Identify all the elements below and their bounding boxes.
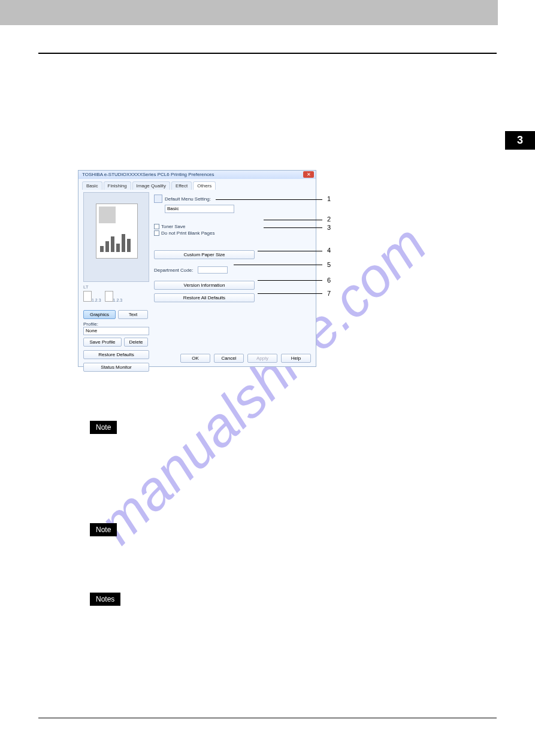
save-profile-button[interactable]: Save Profile (83, 338, 122, 347)
restore-all-defaults-button[interactable]: Restore All Defaults (154, 293, 255, 302)
default-menu-select[interactable]: Basic (165, 205, 234, 213)
delete-button[interactable]: Delete (124, 338, 148, 347)
leader-line (216, 199, 322, 200)
notes-badge: Notes (90, 593, 120, 606)
paper-size-label: LT (83, 284, 149, 290)
callout-number: 7 (327, 290, 331, 297)
graphics-button[interactable]: Graphics (83, 310, 116, 319)
tab-others[interactable]: Others (193, 181, 216, 190)
ok-button[interactable]: OK (180, 354, 210, 363)
chapter-tab: 3 (505, 131, 535, 150)
callout-number: 1 (327, 195, 331, 202)
footer-rule (38, 718, 497, 718)
preview-image-icon (99, 207, 116, 223)
status-monitor-button[interactable]: Status Monitor (83, 363, 149, 372)
tab-effect[interactable]: Effect (171, 181, 192, 190)
checkbox-icon (154, 230, 159, 236)
leader-line (258, 280, 322, 281)
others-tab-panel: Default Menu Setting: Basic Toner Save D… (154, 192, 311, 372)
callout-number: 5 (327, 261, 331, 268)
toner-save-checkbox[interactable]: Toner Save (154, 224, 311, 229)
help-button[interactable]: Help (281, 354, 311, 363)
seq-label: 1.2.3 (92, 298, 101, 302)
do-not-print-blank-checkbox[interactable]: Do not Print Blank Pages (154, 230, 311, 236)
dialog-titlebar[interactable]: TOSHIBA e-STUDIOXXXXXSeries PCL6 Printin… (78, 171, 316, 179)
profile-label: Profile: (83, 321, 149, 327)
department-code-label: Department Code: (154, 268, 193, 273)
leader-line (264, 227, 322, 228)
leader-line (258, 293, 322, 294)
tab-image-quality[interactable]: Image Quality (132, 181, 170, 190)
version-information-button[interactable]: Version Information (154, 281, 255, 290)
department-code-input[interactable] (198, 266, 228, 274)
callout-number: 3 (327, 224, 331, 231)
preview-bars-icon (100, 230, 135, 252)
seq-label: 1.2.3 (113, 298, 123, 302)
do-not-print-blank-label: Do not Print Blank Pages (161, 230, 214, 236)
callout-number: 4 (327, 247, 331, 254)
menu-icon (154, 195, 162, 203)
preview-panel: LT 1.2.3 1.2.3 Graphics Text Profile: No… (83, 192, 149, 372)
dialog-footer: OK Cancel Apply Help (180, 354, 311, 363)
page-preview (83, 192, 149, 282)
leader-line (264, 220, 322, 220)
tab-basic[interactable]: Basic (82, 181, 102, 190)
cancel-button[interactable]: Cancel (214, 354, 244, 363)
page-order-icon (83, 291, 92, 302)
note-badge: Note (90, 421, 117, 434)
page-order-icon (105, 291, 113, 302)
preview-sheet (96, 204, 138, 259)
dialog-title: TOSHIBA e-STUDIOXXXXXSeries PCL6 Printin… (82, 172, 214, 177)
tab-strip: Basic Finishing Image Quality Effect Oth… (78, 179, 316, 190)
checkbox-icon (154, 224, 159, 229)
tab-finishing[interactable]: Finishing (104, 181, 131, 190)
text-button[interactable]: Text (118, 310, 148, 319)
close-icon[interactable]: ✕ (303, 171, 314, 178)
leader-line (234, 265, 322, 265)
custom-paper-size-button[interactable]: Custom Paper Size (154, 250, 255, 259)
page-sequence-icons: 1.2.3 1.2.3 (83, 291, 149, 303)
header-rule (38, 53, 497, 54)
profile-select[interactable]: None (83, 327, 149, 335)
note-badge: Note (90, 523, 117, 536)
apply-button[interactable]: Apply (247, 354, 277, 363)
callout-number: 2 (327, 215, 331, 223)
callout-number: 6 (327, 277, 331, 284)
restore-defaults-button[interactable]: Restore Defaults (83, 350, 149, 359)
top-banner (0, 0, 498, 25)
leader-line (258, 251, 322, 251)
default-menu-setting-label: Default Menu Setting: (165, 196, 211, 202)
toner-save-label: Toner Save (161, 224, 185, 229)
